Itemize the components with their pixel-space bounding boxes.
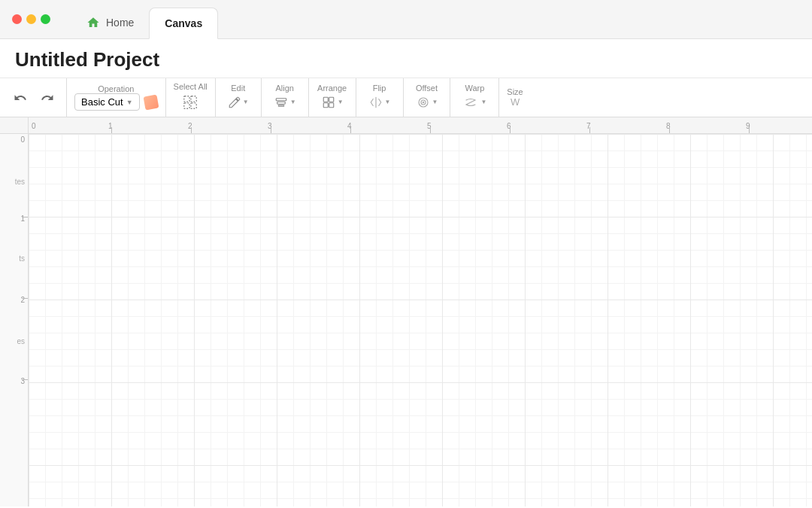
- offset-label: Offset: [416, 84, 438, 93]
- ruler-label-0: 0: [20, 135, 25, 144]
- edit-icon: [228, 96, 241, 109]
- edit-label: Edit: [231, 84, 245, 93]
- ruler-label-1: 1: [20, 214, 25, 223]
- warp-button[interactable]: ▼: [458, 93, 491, 112]
- ruler-tick-2: [22, 298, 28, 299]
- top-tick-8: [669, 127, 670, 133]
- tab-home[interactable]: Home: [71, 7, 149, 38]
- flip-label: Flip: [373, 84, 386, 93]
- ruler-label-2: 2: [20, 296, 25, 304]
- offset-group: Offset ▼: [404, 78, 451, 117]
- operation-col: Operation Basic Cut ▼: [74, 84, 158, 111]
- svg-rect-2: [184, 102, 189, 108]
- ruler-corner: [0, 117, 28, 134]
- chevron-down-icon: ▼: [126, 99, 133, 106]
- svg-rect-9: [323, 102, 328, 107]
- select-all-button[interactable]: [177, 91, 203, 114]
- close-button[interactable]: [12, 14, 22, 24]
- home-icon: [86, 16, 100, 29]
- svg-rect-6: [278, 105, 284, 106]
- project-title-bar: Untitled Project: [0, 39, 812, 78]
- svg-rect-7: [323, 97, 328, 102]
- offset-button[interactable]: ▼: [411, 93, 443, 112]
- top-ruler-ticks: 0 1 2 3 4 5 6 7 8 9: [29, 117, 812, 133]
- align-button[interactable]: ▼: [269, 93, 301, 112]
- svg-rect-10: [329, 102, 333, 107]
- flip-button[interactable]: ▼: [364, 93, 395, 112]
- svg-point-13: [423, 102, 424, 103]
- select-all-label: Select All: [174, 82, 208, 91]
- edit-group: Edit ▼: [216, 78, 262, 117]
- svg-rect-8: [329, 97, 333, 102]
- toolbar: Operation Basic Cut ▼ Select All: [0, 78, 812, 117]
- redo-icon: [41, 91, 54, 105]
- svg-rect-3: [191, 102, 196, 108]
- arrange-group: Arrange ▼: [309, 78, 356, 117]
- align-group: Align ▼: [262, 78, 309, 117]
- operation-group: Operation Basic Cut ▼: [67, 78, 166, 117]
- operation-value: Basic Cut: [81, 96, 123, 108]
- operation-dropdown[interactable]: Basic Cut ▼: [74, 93, 140, 111]
- top-tick-5: [430, 127, 431, 133]
- left-ruler: tes ts es 0 1 2 3: [0, 134, 28, 506]
- maximize-button[interactable]: [41, 14, 50, 24]
- traffic-lights: [12, 14, 50, 24]
- top-tick-1: [111, 127, 112, 133]
- size-w-label: W: [511, 96, 520, 108]
- operation-select: Basic Cut ▼: [74, 93, 158, 111]
- undo-icon: [14, 91, 27, 105]
- svg-rect-1: [191, 96, 196, 101]
- align-icon: [274, 96, 289, 109]
- top-tick-2: [191, 127, 192, 133]
- canvas-main: 0 1 2 3 4 5 6 7 8 9: [29, 117, 812, 506]
- redo-button[interactable]: [36, 88, 59, 108]
- size-label: Size: [507, 87, 523, 96]
- align-dropdown-arrow: ▼: [290, 99, 296, 105]
- grid-canvas[interactable]: [29, 134, 812, 506]
- offset-col: Offset ▼: [411, 84, 443, 112]
- svg-rect-0: [184, 96, 189, 101]
- undo-redo-group: [9, 78, 67, 117]
- flip-icon: [368, 96, 383, 109]
- top-tick-7: [589, 127, 590, 133]
- top-ruler-0: 0: [32, 122, 36, 130]
- size-col: Size W: [507, 87, 523, 108]
- undo-button[interactable]: [9, 88, 32, 108]
- top-tick-4: [350, 127, 351, 133]
- left-sidebar: tes ts es 0 1 2 3: [0, 117, 29, 506]
- color-swatch[interactable]: [143, 94, 159, 110]
- operation-label: Operation: [98, 84, 134, 93]
- align-label: Align: [275, 84, 293, 93]
- sidebar-label-tes: tes: [15, 178, 25, 186]
- flip-group: Flip ▼: [356, 78, 404, 117]
- arrange-label: Arrange: [317, 84, 347, 93]
- offset-icon: [416, 96, 431, 109]
- tab-home-label: Home: [106, 17, 134, 29]
- warp-col: Warp ▼: [458, 84, 491, 112]
- offset-dropdown-arrow: ▼: [432, 99, 438, 105]
- ruler-tick-1: [22, 217, 28, 217]
- canvas-area: tes ts es 0 1 2 3 0 1 2 3 4 5 6 7: [0, 117, 812, 506]
- sidebar-label-es: es: [17, 337, 25, 345]
- select-all-col: Select All: [174, 82, 208, 114]
- sidebar-label-ts: ts: [19, 254, 25, 263]
- warp-icon: [462, 96, 479, 109]
- edit-col: Edit ▼: [223, 84, 253, 112]
- top-ruler: 0 1 2 3 4 5 6 7 8 9: [29, 117, 812, 134]
- project-title: Untitled Project: [15, 48, 797, 71]
- arrange-col: Arrange ▼: [317, 84, 348, 112]
- tab-canvas[interactable]: Canvas: [149, 8, 218, 39]
- svg-rect-5: [277, 102, 285, 104]
- warp-group: Warp ▼: [450, 78, 499, 117]
- nav-tabs: Home Canvas: [71, 0, 218, 38]
- arrange-button[interactable]: ▼: [317, 93, 348, 112]
- edit-button[interactable]: ▼: [223, 93, 253, 112]
- minimize-button[interactable]: [26, 14, 36, 24]
- titlebar: Home Canvas: [0, 0, 812, 39]
- align-col: Align ▼: [269, 84, 301, 112]
- top-tick-3: [271, 127, 271, 133]
- warp-label: Warp: [465, 84, 484, 93]
- arrange-dropdown-arrow: ▼: [338, 99, 344, 105]
- select-all-group: Select All: [166, 78, 216, 117]
- svg-rect-4: [276, 98, 286, 100]
